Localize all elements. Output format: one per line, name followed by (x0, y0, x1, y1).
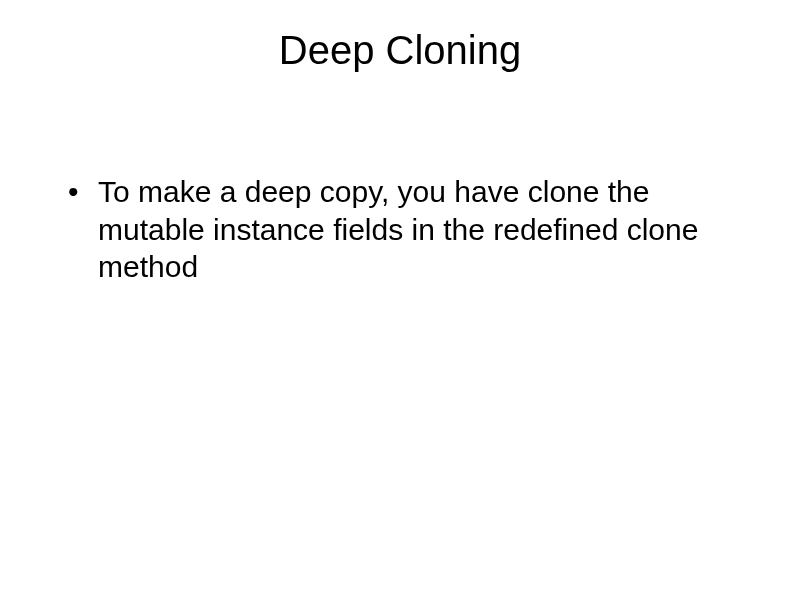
bullet-list: To make a deep copy, you have clone the … (80, 173, 750, 286)
bullet-item: To make a deep copy, you have clone the … (80, 173, 750, 286)
slide-title: Deep Cloning (50, 28, 750, 73)
slide-content: To make a deep copy, you have clone the … (50, 173, 750, 286)
slide-container: Deep Cloning To make a deep copy, you ha… (0, 0, 800, 600)
